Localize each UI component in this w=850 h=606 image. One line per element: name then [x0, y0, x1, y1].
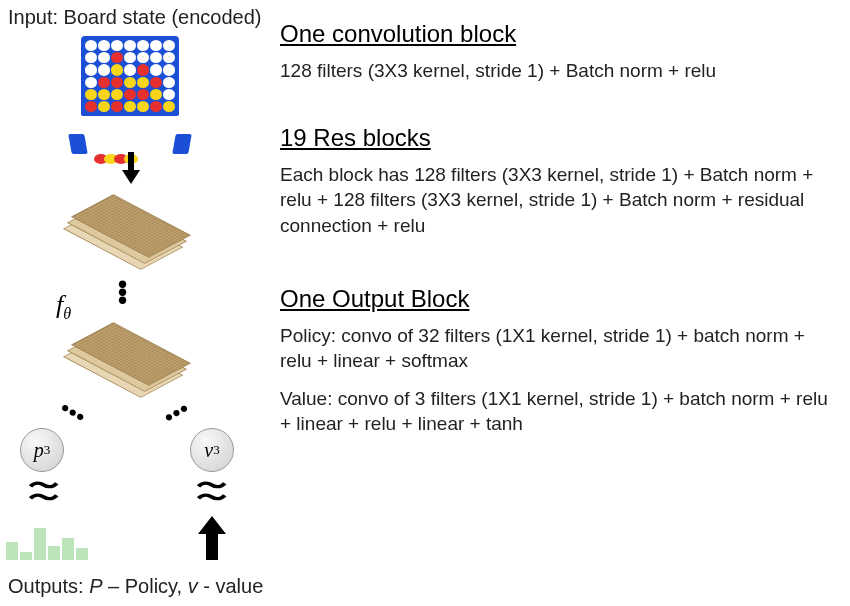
yellow-chip [124, 77, 136, 88]
input-label: Input: Board state (encoded) [8, 6, 262, 29]
red-chip [124, 89, 136, 100]
hist-bar [6, 542, 18, 560]
yellow-chip [98, 89, 110, 100]
architecture-diagram: Input: Board state (encoded) fθ ••• [0, 0, 850, 606]
red-chip [85, 101, 97, 112]
connect-four-icon [60, 36, 200, 146]
output-block-title: One Output Block [280, 285, 835, 313]
conv-block-title: One convolution block [280, 20, 835, 48]
output-value-desc: Value: convo of 3 filters (1X1 kernel, s… [280, 386, 835, 437]
red-chip [111, 52, 123, 63]
red-chip [111, 101, 123, 112]
yellow-chip [85, 89, 97, 100]
empty-slot [85, 64, 97, 75]
empty-slot [150, 40, 162, 51]
empty-slot [163, 64, 175, 75]
empty-slot [163, 89, 175, 100]
output-policy-desc: Policy: convo of 32 filters (1X1 kernel,… [280, 323, 835, 374]
res-block-title: 19 Res blocks [280, 124, 835, 152]
conv-block-desc: 128 filters (3X3 kernel, stride 1) + Bat… [280, 58, 835, 84]
policy-node: p3 [20, 428, 64, 472]
board-leg [68, 134, 88, 154]
empty-slot [98, 64, 110, 75]
yellow-chip [98, 101, 110, 112]
hist-bar [20, 552, 32, 560]
hist-bar [34, 528, 46, 560]
output-label: Outputs: P – Policy, v - value [8, 575, 263, 598]
empty-slot [124, 52, 136, 63]
empty-slot [150, 64, 162, 75]
hist-bar [62, 538, 74, 560]
connect-four-grid [81, 36, 179, 116]
yellow-chip [111, 64, 123, 75]
hist-bar [76, 548, 88, 560]
red-chip [98, 77, 110, 88]
hist-bar [48, 546, 60, 560]
board-leg [172, 134, 192, 154]
yellow-chip [137, 77, 149, 88]
empty-slot [98, 52, 110, 63]
empty-slot [150, 52, 162, 63]
yellow-chip [150, 89, 162, 100]
red-chip [111, 77, 123, 88]
red-chip [137, 64, 149, 75]
yellow-chip [137, 101, 149, 112]
empty-slot [98, 40, 110, 51]
red-chip [137, 89, 149, 100]
output-block-section: One Output Block Policy: convo of 32 fil… [280, 285, 835, 438]
empty-slot [137, 40, 149, 51]
vertical-dots-icon: ••• [118, 280, 129, 304]
empty-slot [163, 77, 175, 88]
empty-slot [137, 52, 149, 63]
description-right-column: One convolution block 128 filters (3X3 k… [280, 20, 835, 467]
f-theta-label: fθ [56, 290, 71, 323]
red-chip [150, 77, 162, 88]
histogram-icon [6, 520, 88, 560]
layer-stack-top [60, 192, 200, 282]
empty-slot [163, 40, 175, 51]
res-block-section: 19 Res blocks Each block has 128 filters… [280, 124, 835, 239]
yellow-chip [163, 101, 175, 112]
empty-slot [85, 40, 97, 51]
wavy-icon: 〜〜 [196, 480, 227, 504]
empty-slot [124, 64, 136, 75]
yellow-chip [111, 89, 123, 100]
wavy-icon: 〜〜 [28, 480, 59, 504]
yellow-chip [124, 101, 136, 112]
value-node: v3 [190, 428, 234, 472]
res-block-desc: Each block has 128 filters (3X3 kernel, … [280, 162, 835, 239]
empty-slot [124, 40, 136, 51]
empty-slot [163, 52, 175, 63]
empty-slot [85, 52, 97, 63]
empty-slot [111, 40, 123, 51]
empty-slot [85, 77, 97, 88]
red-chip [150, 101, 162, 112]
diagram-left-column: Input: Board state (encoded) fθ ••• [0, 0, 270, 606]
conv-block-section: One convolution block 128 filters (3X3 k… [280, 20, 835, 84]
